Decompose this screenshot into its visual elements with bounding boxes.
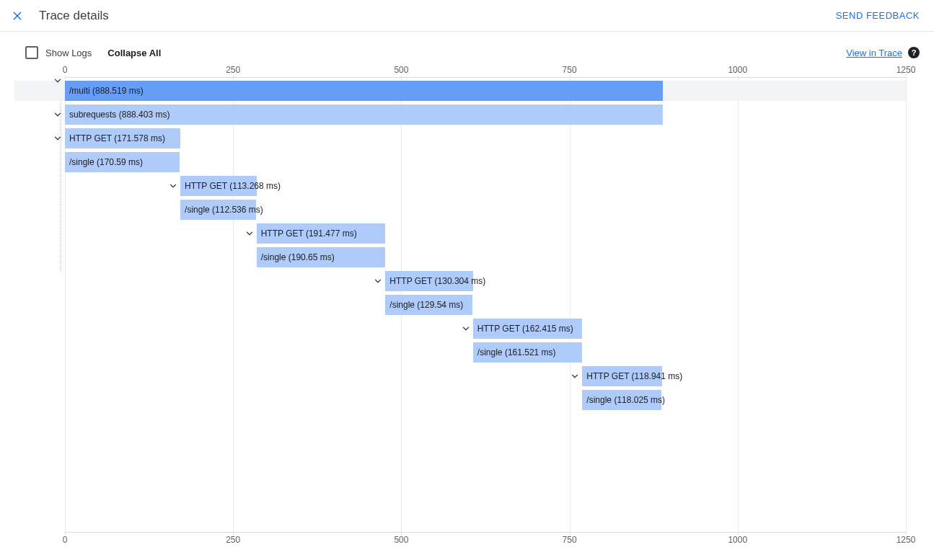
span-row: HTTP GET (130.304 ms) (65, 271, 906, 291)
expand-toggle[interactable] (372, 275, 384, 287)
span-label: HTTP GET (118.941 ms) (582, 371, 682, 381)
span-bar[interactable]: /single (161.521 ms) (473, 342, 582, 363)
span-row: HTTP GET (191.477 ms) (65, 223, 906, 244)
span-bar[interactable]: /single (190.65 ms) (257, 247, 385, 267)
axis-top: 025050075010001250 (65, 65, 906, 78)
span-bar[interactable]: HTTP GET (162.415 ms) (473, 319, 583, 339)
chevron-down-icon (53, 76, 63, 86)
span-bar[interactable]: HTTP GET (113.268 ms) (180, 176, 257, 196)
axis-bottom: 025050075010001250 (65, 532, 906, 545)
span-label: HTTP GET (191.477 ms) (257, 228, 357, 239)
span-bar[interactable]: HTTP GET (171.578 ms) (65, 128, 180, 148)
chevron-down-icon (373, 276, 383, 286)
span-bar[interactable]: /multi (888.519 ms) (65, 81, 663, 101)
span-label: HTTP GET (171.578 ms) (65, 133, 165, 143)
span-label: /single (118.025 ms) (582, 395, 665, 405)
span-row: /single (170.59 ms) (65, 152, 906, 172)
span-label: /single (112.536 ms) (180, 205, 263, 215)
span-row: /single (112.536 ms) (65, 200, 906, 220)
axis-tick: 0 (63, 65, 68, 75)
expand-toggle[interactable] (52, 109, 63, 120)
span-row: /multi (888.519 ms) (14, 81, 906, 101)
axis-tick: 750 (563, 535, 577, 545)
span-bar[interactable]: /single (170.59 ms) (65, 152, 180, 172)
span-label: /single (190.65 ms) (257, 252, 335, 262)
span-row: /single (129.54 ms) (65, 295, 906, 315)
axis-tick: 1000 (728, 535, 747, 545)
axis-tick: 250 (226, 535, 240, 545)
span-row: /single (190.65 ms) (65, 247, 906, 267)
axis-tick: 1250 (896, 535, 916, 545)
close-icon (12, 10, 23, 22)
span-bar[interactable]: /single (118.025 ms) (582, 390, 661, 410)
span-label: subrequests (888.403 ms) (65, 110, 169, 120)
collapse-all-button[interactable]: Collapse All (107, 48, 161, 58)
span-label: HTTP GET (113.268 ms) (180, 181, 281, 191)
send-feedback-link[interactable]: SEND FEEDBACK (836, 10, 920, 21)
span-row: HTTP GET (171.578 ms) (65, 128, 906, 148)
checkbox-icon (25, 46, 38, 59)
axis-tick: 500 (394, 65, 408, 75)
chevron-down-icon (53, 110, 63, 120)
span-bar[interactable]: HTTP GET (130.304 ms) (385, 271, 473, 291)
expand-toggle[interactable] (460, 323, 472, 334)
span-bar[interactable]: HTTP GET (118.941 ms) (582, 366, 662, 386)
span-row: /single (118.025 ms) (65, 390, 906, 410)
help-icon[interactable]: ? (908, 47, 920, 58)
span-row: /single (161.521 ms) (65, 342, 906, 363)
span-row: HTTP GET (118.941 ms) (65, 366, 906, 386)
axis-tick: 500 (394, 535, 408, 545)
trace-chart: 025050075010001250 /multi (888.519 ms)su… (14, 65, 920, 545)
expand-toggle[interactable] (569, 370, 581, 382)
span-row: HTTP GET (162.415 ms) (65, 319, 906, 339)
span-bar[interactable]: /single (112.536 ms) (180, 200, 256, 220)
span-bar[interactable]: HTTP GET (191.477 ms) (257, 223, 386, 244)
toolbar: Show Logs Collapse All View in Trace ? (0, 32, 934, 65)
header: Trace details SEND FEEDBACK (0, 0, 934, 32)
gridlines-spacer (65, 417, 906, 532)
axis-tick: 1000 (728, 65, 747, 75)
page-title: Trace details (39, 9, 109, 23)
show-logs-label: Show Logs (45, 48, 92, 58)
show-logs-toggle[interactable]: Show Logs (25, 46, 92, 59)
expand-toggle[interactable] (167, 180, 179, 192)
span-bar[interactable]: /single (129.54 ms) (385, 295, 472, 315)
header-left: Trace details (9, 7, 109, 25)
span-rows: /multi (888.519 ms)subrequests (888.403 … (65, 78, 906, 417)
chevron-down-icon (53, 133, 63, 143)
expand-toggle[interactable] (244, 228, 255, 239)
view-in-trace-link[interactable]: View in Trace (846, 48, 902, 58)
toolbar-left: Show Logs Collapse All (25, 46, 161, 59)
span-label: /single (170.59 ms) (65, 157, 143, 167)
span-label: /multi (888.519 ms) (65, 86, 144, 96)
span-label: HTTP GET (162.415 ms) (473, 324, 573, 334)
span-label: HTTP GET (130.304 ms) (385, 276, 485, 286)
expand-toggle[interactable] (52, 133, 63, 144)
span-row: subrequests (888.403 ms) (65, 105, 906, 125)
span-label: /single (161.521 ms) (473, 347, 556, 357)
axis-tick: 1250 (896, 65, 916, 75)
chevron-down-icon (244, 228, 255, 239)
chevron-down-icon (168, 181, 178, 191)
close-button[interactable] (9, 7, 26, 25)
span-label: /single (129.54 ms) (385, 300, 463, 310)
span-row: HTTP GET (113.268 ms) (65, 176, 906, 196)
toolbar-right: View in Trace ? (846, 47, 920, 58)
axis-tick: 0 (63, 535, 68, 545)
axis-tick: 250 (226, 65, 240, 75)
axis-tick: 750 (563, 65, 577, 75)
expand-toggle[interactable] (52, 75, 63, 86)
chevron-down-icon (570, 371, 580, 381)
chart-spacer (65, 417, 906, 532)
chevron-down-icon (461, 324, 471, 334)
span-bar[interactable]: subrequests (888.403 ms) (65, 105, 663, 125)
